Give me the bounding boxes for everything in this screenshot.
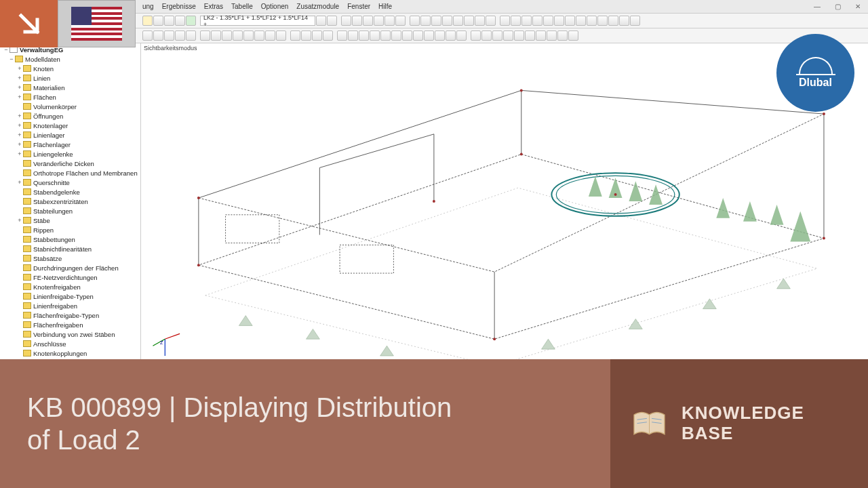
tool-button[interactable] xyxy=(153,30,163,41)
tool-button[interactable] xyxy=(511,16,521,26)
tree-item[interactable]: Linien xyxy=(33,75,50,82)
tool-button[interactable] xyxy=(164,30,174,41)
tool-button[interactable] xyxy=(410,16,420,26)
tool-button[interactable] xyxy=(532,16,542,26)
tool-button[interactable] xyxy=(435,30,445,41)
tree-item[interactable]: Stabsätze xyxy=(33,255,62,262)
tool-button[interactable] xyxy=(446,30,456,41)
tool-button[interactable] xyxy=(554,16,564,26)
menu-item[interactable]: Hilfe xyxy=(378,3,392,10)
tool-button[interactable] xyxy=(186,30,196,41)
menu-item[interactable]: Tabelle xyxy=(231,3,253,10)
tool-button[interactable] xyxy=(363,16,373,26)
tree-item[interactable]: Rippen xyxy=(33,226,54,234)
tool-button[interactable] xyxy=(413,30,423,41)
menu-item[interactable]: Fenster xyxy=(347,3,370,10)
tree-item[interactable]: Flächenlager xyxy=(33,141,71,148)
tool-button[interactable] xyxy=(276,30,286,41)
tool-button[interactable] xyxy=(359,30,369,41)
navigator-tree[interactable]: −VerwaltungEG −Modelldaten +Knoten +Lini… xyxy=(0,43,141,359)
tool-button[interactable] xyxy=(164,16,174,26)
menu-item[interactable]: Zusatzmodule xyxy=(296,3,339,10)
tool-button[interactable] xyxy=(391,30,401,41)
tool-button[interactable] xyxy=(327,16,337,26)
tool-button[interactable] xyxy=(265,30,275,41)
tool-button[interactable] xyxy=(486,16,496,26)
tree-item[interactable]: Verbindung von zwei Stäben xyxy=(33,331,115,338)
tool-button[interactable] xyxy=(186,16,196,26)
menu-item[interactable]: Optionen xyxy=(261,3,289,10)
tool-button[interactable] xyxy=(301,30,311,41)
tool-button[interactable] xyxy=(630,16,640,26)
tool-button[interactable] xyxy=(337,30,347,41)
tool-button[interactable] xyxy=(557,30,568,41)
tool-button[interactable] xyxy=(464,16,474,26)
tree-item[interactable]: Knoten xyxy=(33,65,54,73)
tree-item[interactable]: Volumenkörper xyxy=(33,103,77,110)
tree-item[interactable]: Stäbe xyxy=(33,217,50,224)
tool-button[interactable] xyxy=(536,30,546,41)
tool-button[interactable] xyxy=(481,30,492,41)
tree-item[interactable]: Knotenlager xyxy=(33,122,68,129)
tree-item[interactable]: Stabteilungen xyxy=(33,207,73,215)
tool-button[interactable] xyxy=(587,16,597,26)
tool-button[interactable] xyxy=(380,30,391,41)
tree-item[interactable]: Linienfreigaben xyxy=(33,302,77,310)
tool-button[interactable] xyxy=(442,16,452,26)
tool-button[interactable] xyxy=(370,30,380,41)
menu-item[interactable]: ung xyxy=(142,3,154,10)
tree-item[interactable]: Querschnitte xyxy=(33,179,70,186)
tool-button[interactable] xyxy=(514,30,524,41)
tree-item[interactable]: Anschlüsse xyxy=(33,340,66,348)
tool-button[interactable] xyxy=(475,16,485,26)
tree-item[interactable]: Modelldaten xyxy=(25,56,60,63)
tool-button[interactable] xyxy=(312,30,322,41)
load-combo-select[interactable]: LK2 - 1.35*LF1 + 1.5*LF12 + 1.5*LF14 + xyxy=(200,16,315,26)
tree-item[interactable]: Flächenfreigabe-Typen xyxy=(33,312,99,319)
tool-button[interactable] xyxy=(233,30,243,41)
tool-button[interactable] xyxy=(424,30,434,41)
minimize-button[interactable]: — xyxy=(807,0,827,12)
tool-button[interactable] xyxy=(384,16,395,26)
tool-button[interactable] xyxy=(576,16,586,26)
tool-button[interactable] xyxy=(597,16,608,26)
tool-button[interactable] xyxy=(175,30,185,41)
tool-button[interactable] xyxy=(395,16,406,26)
tree-item[interactable]: Flächenfreigaben xyxy=(33,321,83,329)
tool-button[interactable] xyxy=(431,16,441,26)
tool-button[interactable] xyxy=(211,30,221,41)
tool-button[interactable] xyxy=(200,30,210,41)
tree-item[interactable]: FE-Netzverdichtungen xyxy=(33,274,98,281)
tool-button[interactable] xyxy=(352,16,362,26)
tree-item[interactable]: Stabbettungen xyxy=(33,236,75,243)
tool-button[interactable] xyxy=(142,30,153,41)
tool-button[interactable] xyxy=(374,16,384,26)
tool-button[interactable] xyxy=(619,16,629,26)
tool-button[interactable] xyxy=(521,16,532,26)
menu-item[interactable]: Extras xyxy=(204,3,223,10)
tool-button[interactable] xyxy=(543,16,553,26)
tool-button[interactable] xyxy=(175,16,185,26)
tool-button[interactable] xyxy=(348,30,358,41)
tool-button[interactable] xyxy=(525,30,535,41)
tool-button[interactable] xyxy=(142,16,153,26)
menu-item[interactable]: Ergebnisse xyxy=(162,3,196,10)
tree-item[interactable]: Durchdringungen der Flächen xyxy=(33,264,119,272)
tool-button[interactable] xyxy=(500,16,510,26)
tool-button[interactable] xyxy=(290,30,300,41)
tool-button[interactable] xyxy=(547,30,557,41)
tree-item[interactable]: Materialien xyxy=(33,84,64,92)
tree-item[interactable]: Linienlager xyxy=(33,131,64,139)
model-viewport[interactable]: Sichtbarkeitsmodus xyxy=(141,43,868,359)
tree-item[interactable]: Veränderliche Dicken xyxy=(33,160,94,167)
tool-button[interactable] xyxy=(243,30,254,41)
tool-button[interactable] xyxy=(316,16,326,26)
tool-button[interactable] xyxy=(323,30,333,41)
tool-button[interactable] xyxy=(254,30,264,41)
tool-button[interactable] xyxy=(565,16,575,26)
tool-button[interactable] xyxy=(222,30,232,41)
tool-button[interactable] xyxy=(456,30,467,41)
tree-item[interactable]: Flächen xyxy=(33,94,56,101)
tree-item[interactable]: Stabexzentrizitäten xyxy=(33,198,88,205)
tool-button[interactable] xyxy=(153,16,163,26)
